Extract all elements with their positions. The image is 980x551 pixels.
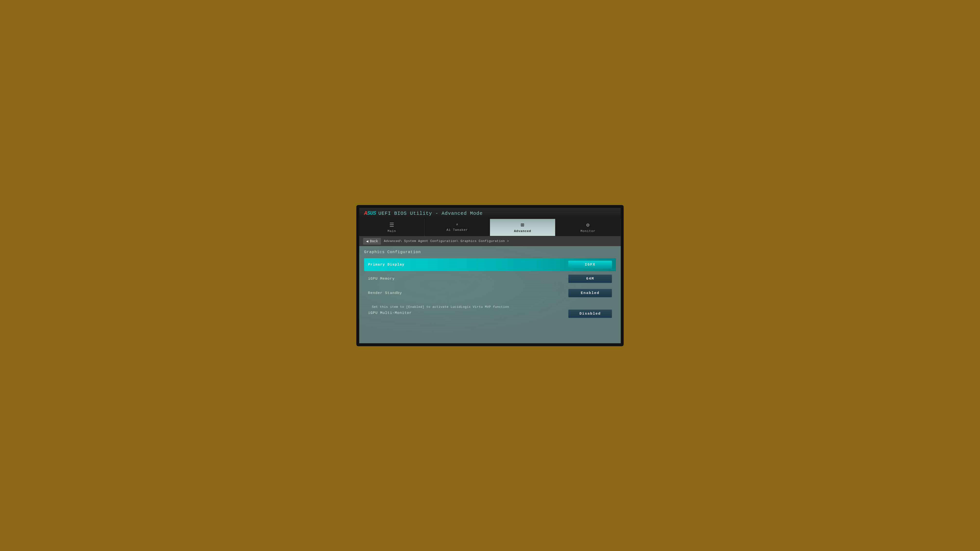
tab-monitor-label: Monitor bbox=[581, 229, 595, 233]
breadcrumb-path: Advanced\ System Agent Configuration\ Gr… bbox=[384, 239, 509, 243]
primary-display-label: Primary Display bbox=[368, 263, 568, 267]
description-and-igpu-row: Set this item to [Enabled] to activate L… bbox=[364, 301, 616, 320]
back-button[interactable]: ◀ Back bbox=[363, 238, 381, 245]
tab-monitor[interactable]: ⚙ Monitor bbox=[555, 219, 621, 236]
advanced-icon: ⊞ bbox=[521, 222, 524, 229]
igpu-multi-monitor-label-area: iGPU Multi-Monitor bbox=[368, 311, 568, 315]
breadcrumb-bar: ◀ Back Advanced\ System Agent Configurat… bbox=[359, 237, 621, 246]
setting-row-primary-display[interactable]: Primary Display IGFX bbox=[364, 258, 616, 271]
tab-main[interactable]: ☰ Main bbox=[359, 219, 425, 236]
back-label: Back bbox=[370, 239, 378, 243]
igpu-multi-monitor-label: iGPU Multi-Monitor bbox=[368, 311, 412, 315]
render-standby-label: Render Standby bbox=[368, 291, 568, 295]
section-title: Graphics Configuration bbox=[364, 250, 616, 254]
setting-row-igpu-memory[interactable]: iGPU Memory 64M bbox=[364, 272, 616, 286]
setting-row-render-standby[interactable]: Render Standby Enabled bbox=[364, 286, 616, 300]
tab-main-label: Main bbox=[387, 229, 396, 233]
tab-advanced-label: Advanced bbox=[514, 229, 531, 233]
tab-advanced[interactable]: ⊞ Advanced bbox=[490, 219, 555, 236]
igpu-multi-monitor-value-area[interactable]: Disabled bbox=[568, 303, 612, 318]
tab-ai-tweaker[interactable]: ⚡ Ai Tweaker bbox=[425, 219, 490, 236]
content-area: Graphics Configuration Primary Display I… bbox=[359, 246, 621, 343]
asus-logo: ASUS bbox=[364, 210, 376, 216]
main-icon: ☰ bbox=[389, 222, 395, 229]
header-bar: ASUS UEFI BIOS Utility - Advanced Mode bbox=[359, 208, 621, 219]
igpu-memory-label: iGPU Memory bbox=[368, 277, 568, 281]
settings-list: Primary Display IGFX iGPU Memory 64M Ren… bbox=[364, 258, 616, 320]
ai-tweaker-icon: ⚡ bbox=[456, 222, 459, 227]
nav-tabs: ☰ Main ⚡ Ai Tweaker ⊞ Advanced ⚙ Monitor bbox=[359, 219, 621, 237]
breadcrumb-text: Advanced\ System Agent Configuration\ Gr… bbox=[384, 239, 509, 243]
back-arrow-icon: ◀ bbox=[366, 239, 369, 244]
tab-ai-tweaker-label: Ai Tweaker bbox=[447, 228, 468, 232]
monitor-frame: ASUS UEFI BIOS Utility - Advanced Mode ☰… bbox=[356, 205, 624, 346]
render-standby-value[interactable]: Enabled bbox=[568, 289, 612, 297]
igpu-multi-monitor-value[interactable]: Disabled bbox=[568, 310, 612, 318]
primary-display-value[interactable]: IGFX bbox=[568, 261, 612, 269]
description-block: Set this item to [Enabled] to activate L… bbox=[368, 303, 568, 315]
description-text: Set this item to [Enabled] to activate L… bbox=[368, 305, 568, 310]
bios-title: UEFI BIOS Utility - Advanced Mode bbox=[379, 211, 483, 216]
bios-screen: ASUS UEFI BIOS Utility - Advanced Mode ☰… bbox=[359, 208, 621, 343]
monitor-icon: ⚙ bbox=[586, 222, 590, 229]
igpu-memory-value[interactable]: 64M bbox=[568, 275, 612, 283]
